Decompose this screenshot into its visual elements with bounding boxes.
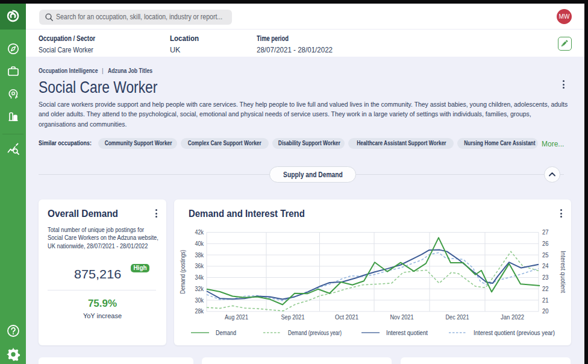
svg-text:28k: 28k [195, 307, 204, 315]
svg-text:20: 20 [542, 307, 549, 315]
svg-text:40k: 40k [195, 240, 204, 247]
svg-text:Interest quotient: Interest quotient [386, 329, 428, 336]
svg-text:Demand: Demand [216, 329, 236, 336]
svg-text:Interest quotient: Interest quotient [560, 251, 566, 293]
svg-text:Demand (postings): Demand (postings) [180, 250, 186, 294]
svg-text:27: 27 [542, 228, 549, 236]
svg-text:36k: 36k [195, 262, 204, 269]
svg-text:32k: 32k [195, 285, 204, 292]
svg-text:34k: 34k [195, 274, 204, 281]
svg-text:Demand (previous year): Demand (previous year) [288, 329, 342, 336]
svg-text:21: 21 [542, 297, 549, 304]
svg-text:38k: 38k [195, 251, 204, 259]
svg-text:30k: 30k [195, 297, 204, 304]
svg-text:Oct 2021: Oct 2021 [335, 313, 358, 321]
svg-text:Nov 2021: Nov 2021 [390, 313, 414, 321]
svg-text:22: 22 [542, 285, 549, 292]
svg-text:26: 26 [542, 240, 549, 247]
svg-text:25: 25 [542, 251, 549, 259]
svg-text:Aug 2021: Aug 2021 [225, 313, 248, 321]
svg-text:Dec 2021: Dec 2021 [446, 313, 469, 321]
svg-text:42k: 42k [195, 228, 204, 236]
svg-text:Interest quotient (previous ye: Interest quotient (previous year) [474, 329, 555, 336]
svg-text:23: 23 [542, 274, 549, 281]
svg-text:Sep 2021: Sep 2021 [281, 313, 305, 321]
svg-text:24: 24 [542, 262, 549, 269]
svg-text:Jan 2022: Jan 2022 [501, 313, 524, 321]
